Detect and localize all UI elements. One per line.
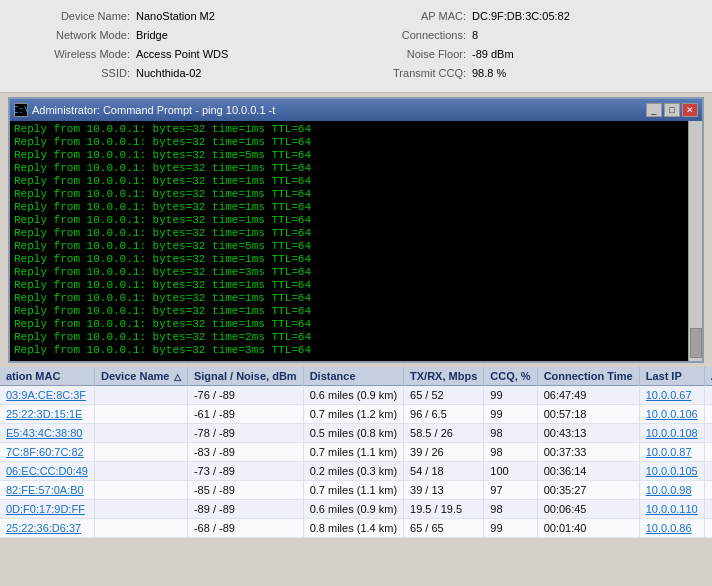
info-left: Device Name:NanoStation M2Network Mode:B… [20, 8, 356, 84]
ip-cell[interactable]: 10.0.0.98 [639, 481, 704, 500]
cmd-close-button[interactable]: ✕ [682, 103, 698, 117]
cmd-line: Reply from 10.0.0.1: bytes=32 time=1ms T… [14, 253, 698, 266]
conntime-cell: 00:37:33 [537, 443, 639, 462]
device-cell [94, 386, 187, 405]
distance-cell: 0.7 miles (1.1 km) [303, 481, 403, 500]
cmd-maximize-button[interactable]: □ [664, 103, 680, 117]
distance-cell: 0.7 miles (1.2 km) [303, 405, 403, 424]
ip-cell[interactable]: 10.0.0.106 [639, 405, 704, 424]
a-cell [704, 424, 712, 443]
device-cell [94, 481, 187, 500]
info-panel: Device Name:NanoStation M2Network Mode:B… [0, 0, 712, 93]
table-header-cell: ation MAC [0, 367, 94, 386]
conntime-cell: 00:43:13 [537, 424, 639, 443]
info-label: Wireless Mode: [20, 46, 130, 62]
ccq-cell: 99 [484, 405, 537, 424]
info-row: AP MAC:DC:9F:DB:3C:05:82 [356, 8, 692, 24]
table-row: 06:EC:CC:D0:49-73 / -890.2 miles (0.3 km… [0, 462, 712, 481]
distance-cell: 0.8 miles (1.4 km) [303, 519, 403, 538]
ip-cell[interactable]: 10.0.0.67 [639, 386, 704, 405]
mac-cell[interactable]: 06:EC:CC:D0:49 [0, 462, 94, 481]
table-header: ation MACDevice Name △Signal / Noise, dB… [0, 367, 712, 386]
info-label: Connections: [356, 27, 466, 43]
signal-cell: -68 / -89 [187, 519, 303, 538]
conntime-cell: 00:36:14 [537, 462, 639, 481]
txrx-cell: 96 / 6.5 [404, 405, 484, 424]
mac-cell[interactable]: 7C:8F:60:7C:82 [0, 443, 94, 462]
mac-cell[interactable]: E5:43:4C:38:80 [0, 424, 94, 443]
txrx-cell: 65 / 52 [404, 386, 484, 405]
cmd-body: Reply from 10.0.0.1: bytes=32 time=1ms T… [10, 121, 702, 361]
cmd-line: Reply from 10.0.0.1: bytes=32 time=5ms T… [14, 149, 698, 162]
table-container: ation MACDevice Name △Signal / Noise, dB… [0, 367, 712, 538]
table-header-cell: CCQ, % [484, 367, 537, 386]
ccq-cell: 99 [484, 386, 537, 405]
ip-cell[interactable]: 10.0.0.108 [639, 424, 704, 443]
cmd-title-left: C:\ Administrator: Command Prompt - ping… [14, 103, 275, 117]
info-value: DC:9F:DB:3C:05:82 [472, 8, 570, 24]
table-row: 82:FE:57:0A:B0-85 / -890.7 miles (1.1 km… [0, 481, 712, 500]
signal-cell: -61 / -89 [187, 405, 303, 424]
sort-arrow-icon: △ [171, 372, 181, 382]
cmd-line: Reply from 10.0.0.1: bytes=32 time=1ms T… [14, 227, 698, 240]
a-cell [704, 462, 712, 481]
ip-cell[interactable]: 10.0.0.87 [639, 443, 704, 462]
device-cell [94, 443, 187, 462]
table-header-cell[interactable]: Device Name △ [94, 367, 187, 386]
a-cell [704, 405, 712, 424]
table-row: 25:22:3D:15:1E-61 / -890.7 miles (1.2 km… [0, 405, 712, 424]
cmd-window: C:\ Administrator: Command Prompt - ping… [8, 97, 704, 363]
cmd-scrollbar[interactable] [688, 121, 702, 361]
table-row: 03:9A:CE:8C:3F-76 / -890.6 miles (0.9 km… [0, 386, 712, 405]
ccq-cell: 98 [484, 424, 537, 443]
info-right: AP MAC:DC:9F:DB:3C:05:82Connections:8Noi… [356, 8, 692, 84]
cmd-line: Reply from 10.0.0.1: bytes=32 time=3ms T… [14, 344, 698, 357]
a-cell [704, 481, 712, 500]
ccq-cell: 98 [484, 443, 537, 462]
ccq-cell: 97 [484, 481, 537, 500]
table-header-cell: Connection Time [537, 367, 639, 386]
ccq-cell: 99 [484, 519, 537, 538]
cmd-line: Reply from 10.0.0.1: bytes=32 time=5ms T… [14, 240, 698, 253]
cmd-output: Reply from 10.0.0.1: bytes=32 time=1ms T… [14, 123, 698, 357]
ccq-cell: 100 [484, 462, 537, 481]
mac-cell[interactable]: 25:22:3D:15:1E [0, 405, 94, 424]
ip-cell[interactable]: 10.0.0.105 [639, 462, 704, 481]
cmd-minimize-button[interactable]: _ [646, 103, 662, 117]
mac-cell[interactable]: 03:9A:CE:8C:3F [0, 386, 94, 405]
device-cell [94, 519, 187, 538]
distance-cell: 0.7 miles (1.1 km) [303, 443, 403, 462]
info-value: 8 [472, 27, 478, 43]
info-row: SSID:Nuchthida-02 [20, 65, 356, 81]
info-value: NanoStation M2 [136, 8, 215, 24]
signal-cell: -73 / -89 [187, 462, 303, 481]
conntime-cell: 00:01:40 [537, 519, 639, 538]
cmd-scrollbar-thumb[interactable] [690, 328, 702, 358]
cmd-line: Reply from 10.0.0.1: bytes=32 time=1ms T… [14, 201, 698, 214]
cmd-icon: C:\ [14, 103, 28, 117]
txrx-cell: 65 / 65 [404, 519, 484, 538]
mac-cell[interactable]: 0D:F0:17:9D:FF [0, 500, 94, 519]
info-label: Network Mode: [20, 27, 130, 43]
table-row: 7C:8F:60:7C:82-83 / -890.7 miles (1.1 km… [0, 443, 712, 462]
cmd-line: Reply from 10.0.0.1: bytes=32 time=1ms T… [14, 305, 698, 318]
info-value: Nuchthida-02 [136, 65, 201, 81]
mac-cell[interactable]: 25:22:36:D6:37 [0, 519, 94, 538]
device-cell [94, 405, 187, 424]
info-label: AP MAC: [356, 8, 466, 24]
table-header-cell: Signal / Noise, dBm [187, 367, 303, 386]
a-cell [704, 500, 712, 519]
signal-cell: -76 / -89 [187, 386, 303, 405]
cmd-line: Reply from 10.0.0.1: bytes=32 time=2ms T… [14, 331, 698, 344]
ip-cell[interactable]: 10.0.0.86 [639, 519, 704, 538]
info-value: Access Point WDS [136, 46, 228, 62]
cmd-line: Reply from 10.0.0.1: bytes=32 time=1ms T… [14, 162, 698, 175]
distance-cell: 0.2 miles (0.3 km) [303, 462, 403, 481]
signal-cell: -83 / -89 [187, 443, 303, 462]
device-cell [94, 424, 187, 443]
table-header-cell: TX/RX, Mbps [404, 367, 484, 386]
info-label: Noise Floor: [356, 46, 466, 62]
ip-cell[interactable]: 10.0.0.110 [639, 500, 704, 519]
mac-cell[interactable]: 82:FE:57:0A:B0 [0, 481, 94, 500]
cmd-line: Reply from 10.0.0.1: bytes=32 time=1ms T… [14, 188, 698, 201]
